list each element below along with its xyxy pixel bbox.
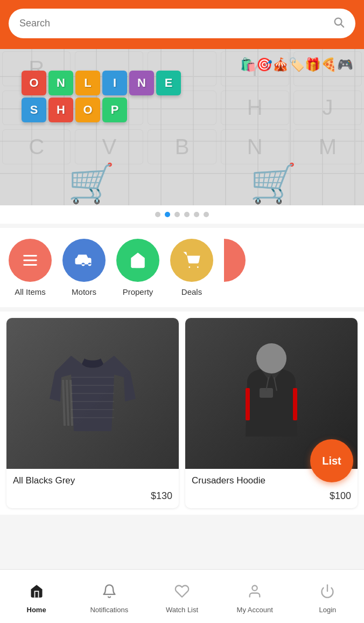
search-input[interactable] [19, 18, 327, 29]
all-items-label: All Items [15, 287, 46, 296]
nav-home-label: Home [27, 606, 46, 614]
partial-circle [224, 239, 246, 282]
product-name-1: All Blacks Grey [13, 475, 172, 486]
banner-cube-p: P [102, 98, 127, 122]
person-1-icon: 🛒 [68, 161, 115, 205]
banner-dot-1[interactable] [155, 212, 160, 217]
banner-cube-i: I [102, 71, 127, 95]
banner-cube-n: N [48, 71, 73, 95]
heart-icon [174, 584, 190, 603]
motors-icon [62, 239, 106, 282]
category-partial [224, 239, 246, 282]
categories-section: All Items Motors Property [0, 228, 364, 307]
svg-rect-4 [23, 264, 37, 266]
svg-rect-3 [23, 260, 37, 261]
product-price-1: $130 [13, 490, 172, 502]
categories-row: All Items Motors Property [9, 239, 355, 296]
category-property[interactable]: Property [116, 239, 159, 296]
header [0, 0, 364, 49]
banner-dot-4[interactable] [184, 212, 190, 217]
banner-cube-l: L [75, 71, 100, 95]
product-card-1[interactable]: All Blacks Grey $130 [6, 318, 179, 508]
property-icon [116, 239, 159, 282]
banner-dot-5[interactable] [194, 212, 199, 217]
banner-cube-h: H [48, 98, 73, 122]
svg-line-8 [67, 380, 68, 426]
nav-notifications-label: Notifications [90, 606, 128, 614]
nav-my-account-label: My Account [237, 606, 273, 614]
nav-watchlist-label: Watch List [166, 606, 198, 614]
nav-login-label: Login [319, 606, 337, 614]
all-items-icon [9, 239, 52, 282]
deals-icon [170, 239, 213, 282]
list-fab-button[interactable]: List [310, 439, 353, 482]
product-image-1 [6, 318, 179, 469]
svg-point-16 [256, 343, 286, 373]
nav-my-account[interactable]: My Account [219, 570, 291, 623]
person-2-icon: 🛒 [250, 161, 297, 205]
svg-rect-18 [293, 388, 297, 420]
banner-people: 🛒 🛒 [0, 124, 364, 205]
category-deals[interactable]: Deals [170, 239, 213, 296]
power-icon [320, 584, 335, 603]
property-label: Property [123, 287, 153, 296]
svg-rect-2 [23, 255, 37, 257]
banner-cube-n2: N [129, 71, 154, 95]
nav-watchlist[interactable]: Watch List [145, 570, 218, 623]
banner-cube-o2: O [75, 98, 100, 122]
nav-login[interactable]: Login [291, 570, 364, 623]
home-icon [29, 584, 44, 603]
banner-dots [0, 205, 364, 224]
motors-label: Motors [72, 287, 96, 296]
svg-line-7 [63, 380, 65, 426]
product-info-1: All Blacks Grey $130 [6, 469, 179, 508]
bottom-navigation: Home Notifications Watch List My Account [0, 569, 364, 623]
banner-cube-o: O [22, 71, 46, 95]
banner-image: R Y F H J C V B N M O N L I N E [0, 49, 364, 205]
svg-point-5 [188, 266, 190, 268]
banner-dot-3[interactable] [174, 212, 180, 217]
search-icon [333, 16, 345, 31]
products-section: All Blacks Grey $130 [0, 312, 364, 515]
banner-dot-6[interactable] [204, 212, 209, 217]
nav-notifications[interactable]: Notifications [73, 570, 145, 623]
banner-cube-e: E [156, 71, 181, 95]
svg-rect-17 [246, 388, 250, 420]
user-icon [247, 584, 262, 603]
banner-online-shop-text: O N L I N E S H O P [22, 71, 181, 122]
category-motors[interactable]: Motors [62, 239, 106, 296]
banner-cube-s: S [22, 98, 46, 122]
svg-point-6 [197, 266, 199, 268]
product-price-2: $100 [192, 490, 351, 502]
banner-bubbles: 🛍️🎯🎪🏷️🎁🍕🎮 [240, 54, 353, 75]
bell-icon [102, 584, 117, 603]
list-fab-label: List [322, 455, 341, 467]
category-all-items[interactable]: All Items [9, 239, 52, 296]
svg-line-1 [341, 24, 344, 27]
svg-point-22 [253, 585, 257, 590]
banner-dot-2[interactable] [165, 212, 170, 217]
products-grid: All Blacks Grey $130 [6, 318, 358, 508]
search-bar[interactable] [9, 9, 355, 38]
nav-home[interactable]: Home [0, 570, 73, 623]
banner-container: R Y F H J C V B N M O N L I N E [0, 49, 364, 224]
deals-label: Deals [181, 287, 202, 296]
